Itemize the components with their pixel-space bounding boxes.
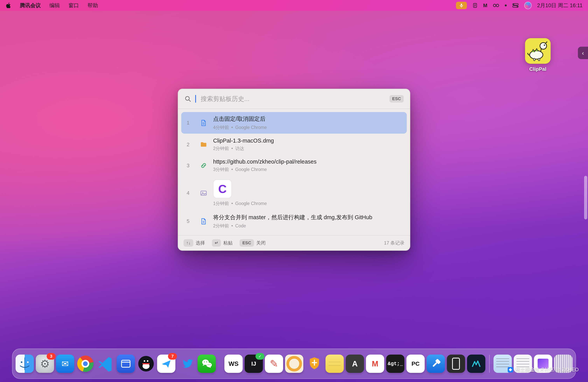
qq-penguin-icon — [137, 355, 155, 372]
clipboard-item-list: 1 点击固定/取消固定后 4分钟前 • Google Chrome 2 — [178, 109, 410, 235]
dock-knot-app[interactable] — [285, 355, 303, 373]
item-title: https://github.com/zkheo/clip-pal/releas… — [213, 159, 402, 165]
text-caret — [195, 95, 196, 103]
bird-icon — [179, 356, 194, 371]
desktop-icon-label: ClipPal — [529, 66, 546, 72]
menu-window[interactable]: 窗口 — [68, 2, 79, 9]
menu-bar: 腾讯会议 编辑 窗口 帮助 M 2月10日 周二 16:11 — [0, 0, 588, 11]
dock-messenger[interactable]: 7 — [157, 355, 175, 373]
shield-icon — [307, 356, 322, 371]
dock-wechat[interactable] — [198, 355, 216, 373]
clipboard-item-1[interactable]: 1 点击固定/取消固定后 4分钟前 • Google Chrome — [181, 112, 407, 134]
messenger-badge: 7 — [168, 353, 177, 360]
dock-intellij[interactable]: IJ ✓ — [245, 355, 263, 373]
search-input[interactable] — [200, 95, 386, 103]
desktop-edge-scrollbar[interactable] — [584, 176, 587, 219]
link-status-icon[interactable] — [493, 3, 499, 8]
chevron-left-icon: ‹ — [582, 49, 584, 57]
dock-vscode[interactable] — [96, 355, 115, 373]
knot-icon — [286, 356, 302, 371]
item-time: 2分钟前 — [213, 223, 229, 229]
dock-finder[interactable] — [16, 355, 34, 373]
paper-plane-icon — [160, 358, 172, 370]
item-title: 点击固定/取消固定后 — [213, 115, 402, 123]
waveform-icon — [470, 358, 483, 370]
menu-edit[interactable]: 编辑 — [49, 2, 60, 9]
link-icon — [200, 162, 209, 169]
search-icon — [184, 95, 191, 102]
dock-a-app[interactable]: A — [346, 355, 364, 373]
paste-hint: ↵ 粘贴 — [212, 239, 232, 247]
meta-separator: • — [231, 201, 233, 206]
control-center-icon[interactable] — [512, 3, 519, 8]
clipboard-item-3[interactable]: 3 https://github.com/zkheo/clip-pal/rele… — [181, 155, 407, 176]
dock-system-settings[interactable]: ⚙ 3 — [36, 355, 54, 373]
search-bar: ESC — [178, 89, 410, 109]
vscode-icon — [98, 356, 113, 371]
item-index: 5 — [187, 218, 194, 224]
item-content: 点击固定/取消固定后 4分钟前 • Google Chrome — [213, 115, 402, 130]
dock-mail[interactable]: ✉ — [56, 355, 74, 373]
item-source: 访达 — [235, 146, 244, 151]
desktop: 腾讯会议 编辑 窗口 帮助 M 2月10日 周二 16:11 — [0, 0, 588, 382]
chrome-icon — [77, 356, 94, 372]
apple-menu-icon[interactable] — [5, 2, 11, 9]
item-meta: 1分钟前 • Google Chrome — [213, 201, 402, 207]
meta-separator: • — [231, 125, 233, 130]
item-source: Google Chrome — [235, 167, 267, 172]
dock-stickies[interactable] — [326, 355, 344, 373]
dock-twitter[interactable] — [177, 355, 196, 373]
item-content: 将分支合并到 master，然后进行构建，生成 dmg,发布到 GitHub 2… — [213, 213, 402, 229]
gmail-m-label: M — [372, 360, 378, 368]
clipboard-item-5[interactable]: 5 将分支合并到 master，然后进行构建，生成 dmg,发布到 GitHub… — [181, 211, 407, 232]
ij-label: IJ — [251, 361, 256, 367]
menu-bar-left: 腾讯会议 编辑 窗口 帮助 — [5, 2, 98, 9]
item-content: C 1分钟前 • Google Chrome — [213, 180, 402, 207]
clippal-dino-icon — [525, 38, 551, 64]
dock-chrome[interactable] — [76, 355, 94, 373]
dock-ws-app[interactable]: WS — [224, 355, 243, 373]
clipboard-item-2[interactable]: 2 ClipPal-1.3-macOS.dmg 2分钟前 • 访达 — [181, 134, 407, 155]
item-time: 4分钟前 — [213, 125, 229, 130]
record-count: 17 条记录 — [384, 240, 404, 246]
dock-meeting-app[interactable] — [117, 355, 135, 373]
account-avatar-icon[interactable] — [524, 2, 532, 9]
item-meta: 4分钟前 • Google Chrome — [213, 125, 402, 130]
arrows-key-badge: ↑↓ — [184, 239, 193, 247]
juejin-logo-icon — [508, 367, 513, 372]
item-index: 2 — [187, 142, 194, 148]
document-icon — [200, 119, 209, 127]
window-icon — [121, 360, 131, 368]
dock-xcode[interactable] — [427, 355, 445, 373]
item-meta: 2分钟前 • Code — [213, 223, 402, 229]
clipboard-history-panel: ESC 1 点击固定/取消固定后 4分钟前 • Google Chrome — [178, 89, 410, 251]
item-source: Google Chrome — [235, 125, 267, 130]
item-content: https://github.com/zkheo/clip-pal/releas… — [213, 159, 402, 172]
esc-badge[interactable]: ESC — [389, 95, 404, 103]
enter-key-badge: ↵ — [212, 239, 221, 247]
dock-qq[interactable] — [137, 355, 155, 373]
pen-icon: ✎ — [270, 358, 278, 370]
clipboard-status-icon[interactable] — [472, 2, 478, 8]
dock-gmail[interactable]: M — [366, 355, 384, 373]
meta-separator: • — [231, 167, 233, 172]
dock-pc-app[interactable]: PC — [406, 355, 425, 373]
dock-device-app[interactable] — [447, 355, 465, 373]
desktop-icon-clippal[interactable]: ClipPal — [521, 38, 555, 72]
item-content: ClipPal-1.3-macOS.dmg 2分钟前 • 访达 — [213, 138, 402, 151]
item-source: Code — [235, 223, 246, 229]
dock-terminal[interactable]: &gt;_ — [386, 355, 404, 373]
folder-icon — [200, 141, 209, 148]
dock-m-app[interactable] — [467, 355, 485, 373]
item-meta: 3分钟前 • Google Chrome — [213, 167, 402, 172]
dock-pen-app[interactable]: ✎ — [265, 355, 283, 373]
clipboard-item-4[interactable]: 4 C 1分钟前 • Google Chrome — [181, 176, 407, 210]
ws-label: WS — [229, 360, 239, 367]
menu-help[interactable]: 帮助 — [87, 2, 98, 9]
menubar-clock[interactable]: 2月10日 周二 16:11 — [537, 2, 583, 9]
microphone-in-use-icon[interactable] — [456, 2, 467, 9]
edge-panel-toggle[interactable]: ‹ — [578, 47, 588, 59]
app-menu-title[interactable]: 腾讯会议 — [20, 2, 41, 9]
gmail-menubar-icon[interactable]: M — [483, 2, 487, 9]
dock-shield-app[interactable] — [305, 355, 324, 373]
